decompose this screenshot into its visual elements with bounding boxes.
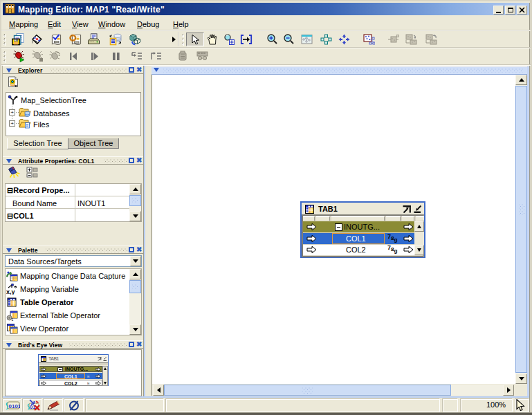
svg-text:0101: 0101 [9,403,21,409]
svg-text:1: 1 [12,317,14,322]
svg-text:x,y: x,y [6,288,15,295]
